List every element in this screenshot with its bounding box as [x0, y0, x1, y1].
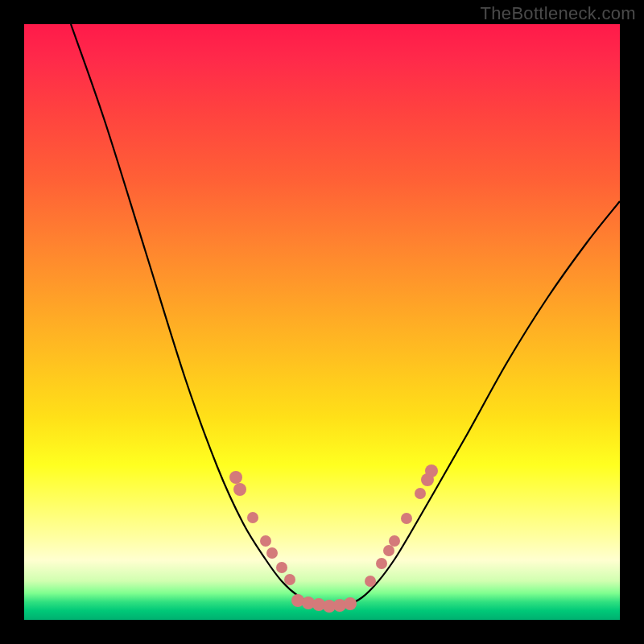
highlight-dot [344, 597, 357, 610]
highlight-dot [247, 512, 258, 523]
chart-svg [24, 24, 620, 620]
highlight-dot [376, 558, 387, 569]
highlight-dot [389, 535, 400, 547]
highlight-dot [284, 574, 295, 585]
highlight-dot [260, 535, 271, 547]
highlight-dot [425, 464, 438, 477]
highlight-dot [229, 471, 242, 484]
highlight-dot [383, 545, 394, 556]
highlight-dot [365, 576, 376, 587]
highlight-dot [276, 562, 287, 573]
highlight-dot [415, 488, 426, 499]
bottleneck-curve [71, 24, 620, 607]
highlight-dot [401, 513, 412, 524]
chart-plot-area [24, 24, 620, 620]
highlight-dot [266, 547, 278, 559]
watermark-text: TheBottleneck.com [481, 3, 636, 24]
highlight-dot [233, 483, 246, 496]
